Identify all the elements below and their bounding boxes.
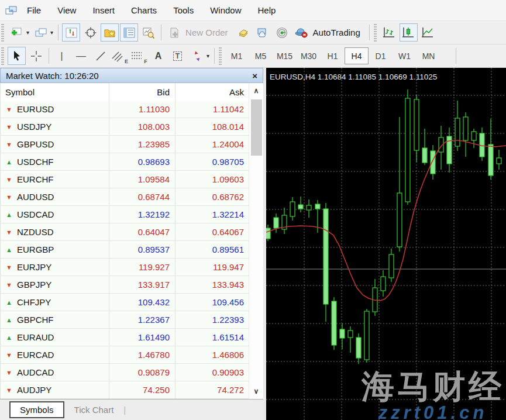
trendline-button[interactable] <box>91 47 109 65</box>
market-watch-row-gbpusd[interactable]: ▼GBPUSD1.239851.24004 <box>1 136 263 153</box>
up-arrow-icon: ▲ <box>5 299 13 306</box>
menu-item-charts[interactable]: Charts <box>123 5 165 15</box>
chart-line-button[interactable] <box>419 23 437 42</box>
market-watch-row-audjpy[interactable]: ▼AUDJPY74.25074.272 <box>1 381 263 399</box>
chart-bars-button[interactable] <box>380 23 398 42</box>
timeframe-w1[interactable]: W1 <box>393 47 416 64</box>
equidistant-channel-button[interactable]: E <box>111 47 129 65</box>
market-watch-row-eurcad[interactable]: ▼EURCAD1.467801.46806 <box>1 346 263 364</box>
metaeditor-button[interactable] <box>235 23 253 42</box>
strategy-tester-button[interactable] <box>139 23 157 42</box>
down-arrow-icon: ▼ <box>5 106 13 113</box>
menu-bar: FileViewInsertChartsToolsWindowHelp <box>0 0 506 21</box>
autotrading-label[interactable]: AutoTrading <box>313 27 360 37</box>
cursor-button[interactable] <box>8 47 26 65</box>
navigator-toggle[interactable] <box>101 23 119 42</box>
text-label-button[interactable]: T <box>168 47 187 65</box>
price-chart[interactable]: 海马财经zzrt01.cnEURUSD,H4 1.10684 1.11085 1… <box>266 68 506 420</box>
new-order-label[interactable]: New Order <box>185 27 228 37</box>
close-icon[interactable]: × <box>252 71 257 80</box>
timeframe-mn[interactable]: MN <box>416 47 440 64</box>
crosshair-button[interactable] <box>27 47 45 65</box>
menu-item-help[interactable]: Help <box>250 5 284 15</box>
market-watch-row-chfjpy[interactable]: ▲CHFJPY109.432109.456 <box>1 294 263 311</box>
scroll-down-icon[interactable]: ∨ <box>254 384 259 399</box>
menu-item-insert[interactable]: Insert <box>84 5 123 15</box>
fibonacci-button[interactable]: F <box>130 47 148 65</box>
profiles-button[interactable] <box>32 23 50 42</box>
vertical-line-button[interactable]: | <box>53 47 71 65</box>
horizontal-line-button[interactable]: — <box>72 47 90 65</box>
toolbar-grip[interactable] <box>1 24 4 42</box>
text-button[interactable]: A <box>149 47 167 65</box>
arrows-icon <box>191 50 203 62</box>
market-watch-row-audusd[interactable]: ▼AUDUSD0.687440.68762 <box>1 188 263 206</box>
trendline-icon <box>95 50 106 62</box>
market-watch-row-usdchf[interactable]: ▲USDCHF0.986930.98705 <box>1 153 263 171</box>
virtual-hosting-button[interactable] <box>254 23 272 42</box>
menu-item-file[interactable]: File <box>19 5 49 15</box>
bid-value: 1.46780 <box>109 346 175 363</box>
toolbar-separator <box>58 25 58 40</box>
market-watch-table: Symbol Bid Ask ▼EURUSD1.110301.11042▼USD… <box>0 83 263 399</box>
timeframe-m15[interactable]: M15 <box>273 47 297 64</box>
market-watch-row-audcad[interactable]: ▼AUDCAD0.908790.90903 <box>1 364 263 381</box>
column-header-symbol[interactable]: Symbol <box>1 83 109 101</box>
crosshair-icon <box>30 50 42 62</box>
tab-tick-chart[interactable]: Tick Chart <box>72 402 116 417</box>
new-order-icon <box>168 27 181 39</box>
new-order-button[interactable] <box>165 23 183 42</box>
chart-panel[interactable]: 海马财经zzrt01.cnEURUSD,H4 1.10684 1.11085 1… <box>266 68 506 420</box>
market-watch-scrollbar[interactable]: ∧ ∨ <box>249 83 263 399</box>
symbol-name: EURAUD <box>17 332 54 342</box>
data-window-button[interactable] <box>81 23 99 42</box>
market-watch-row-usdjpy[interactable]: ▼USDJPY108.003108.014 <box>1 118 263 136</box>
timeframe-h1[interactable]: H1 <box>321 47 345 64</box>
market-watch-row-usdcad[interactable]: ▲USDCAD1.321921.32214 <box>1 206 263 223</box>
timeframe-h4[interactable]: H4 <box>345 47 369 64</box>
menu-item-window[interactable]: Window <box>202 5 249 15</box>
profiles-dropdown-icon[interactable]: ▾ <box>50 29 53 36</box>
market-watch-row-eurchf[interactable]: ▼EURCHF1.095841.09603 <box>1 171 263 188</box>
toolbar-separator <box>369 25 370 40</box>
tab-separator: | <box>123 405 126 415</box>
signals-icon <box>276 27 288 39</box>
scrollbar-thumb[interactable] <box>251 99 262 156</box>
market-watch-titlebar[interactable]: Market Watch: 10:26:20 × <box>0 68 263 83</box>
menu-item-tools[interactable]: Tools <box>165 5 202 15</box>
toolbar-grip[interactable] <box>219 47 222 65</box>
candle-bear <box>274 218 278 228</box>
market-watch-toggle[interactable] <box>62 23 80 42</box>
chart-bars-icon <box>382 26 396 39</box>
market-watch-row-gbpjpy[interactable]: ▼GBPJPY133.917133.943 <box>1 276 263 294</box>
scroll-up-icon[interactable]: ∧ <box>254 83 259 98</box>
chart-candlesticks-button[interactable] <box>400 23 418 42</box>
toolbar-grip[interactable] <box>374 24 377 42</box>
market-watch-row-eurusd[interactable]: ▼EURUSD1.110301.11042 <box>1 101 263 118</box>
down-arrow-icon: ▼ <box>5 369 13 376</box>
new-chart-button[interactable] <box>8 23 26 42</box>
signals-button[interactable] <box>273 23 291 42</box>
arrows-dropdown-icon[interactable]: ▾ <box>206 53 209 59</box>
timeframe-m1[interactable]: M1 <box>225 47 249 64</box>
arrows-button[interactable] <box>188 47 206 65</box>
market-watch-row-eurgbp[interactable]: ▲EURGBP0.895370.89561 <box>1 241 263 259</box>
timeframe-d1[interactable]: D1 <box>369 47 393 64</box>
new-chart-dropdown-icon[interactable]: ▾ <box>26 29 29 36</box>
toolbar-grip[interactable] <box>1 47 4 65</box>
market-watch-row-gbpchf[interactable]: ▲GBPCHF1.223671.22393 <box>1 311 263 329</box>
terminal-toggle[interactable] <box>120 23 138 42</box>
bid-value: 1.23985 <box>109 136 175 153</box>
market-watch-row-nzdusd[interactable]: ▼NZDUSD0.640470.64067 <box>1 223 263 241</box>
timeframe-m5[interactable]: M5 <box>249 47 273 64</box>
tab-symbols[interactable]: Symbols <box>9 401 64 418</box>
column-header-bid[interactable]: Bid <box>109 83 175 101</box>
chart-candlesticks-icon <box>401 26 415 39</box>
market-watch-row-euraud[interactable]: ▲EURAUD1.614901.61514 <box>1 329 263 346</box>
toolbar-separator <box>456 48 456 64</box>
timeframe-m30[interactable]: M30 <box>297 47 321 64</box>
autotrading-button[interactable] <box>292 23 311 42</box>
market-watch-row-eurjpy[interactable]: ▼EURJPY119.927119.947 <box>1 259 263 276</box>
chart-line-icon <box>421 26 435 39</box>
menu-item-view[interactable]: View <box>49 5 84 15</box>
